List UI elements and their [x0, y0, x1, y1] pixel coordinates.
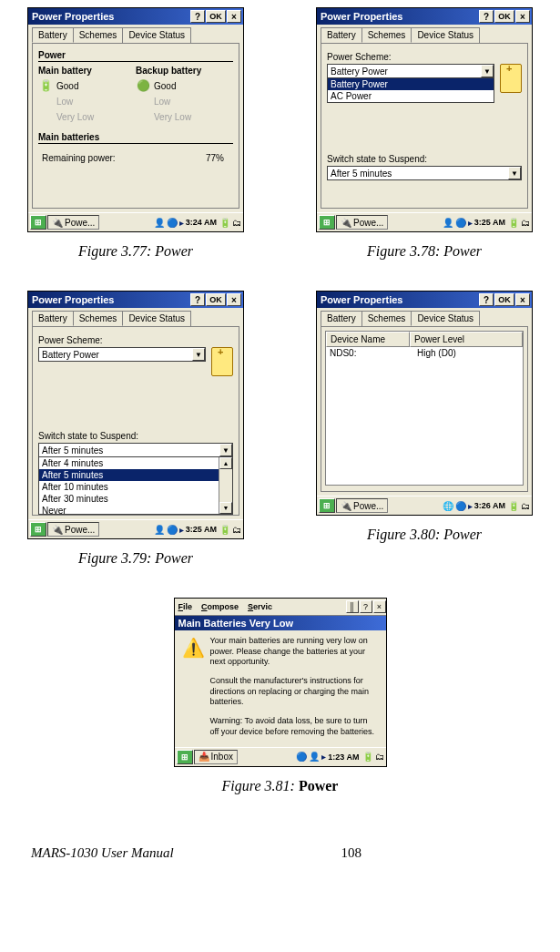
tab-device-status[interactable]: Device Status	[411, 311, 480, 326]
close-button[interactable]: ×	[515, 10, 530, 23]
scroll-up-icon[interactable]: ▲	[219, 457, 232, 469]
list-item[interactable]: After 5 minutes	[39, 469, 232, 481]
menu-compose[interactable]: Compose	[201, 602, 239, 611]
battery-tray-icon[interactable]: 🔋	[508, 501, 519, 511]
tab-schemes[interactable]: Schemes	[361, 311, 412, 326]
start-button[interactable]: ⊞	[319, 498, 335, 513]
tab-battery[interactable]: Battery	[32, 27, 74, 43]
tray-icon[interactable]: 🌐	[443, 501, 453, 511]
power-properties-dialog-fig78: Power Properties ? OK × Battery Schemes …	[316, 7, 533, 232]
ok-button[interactable]: OK	[494, 293, 514, 306]
power-properties-dialog-fig80: Power Properties ? OK × Battery Schemes …	[316, 291, 533, 516]
chevron-down-icon[interactable]: ▼	[481, 65, 494, 77]
power-scheme-combo[interactable]: Battery Power ▼	[327, 64, 494, 78]
start-button[interactable]: ⊞	[30, 522, 46, 537]
close-button[interactable]: ×	[227, 10, 241, 23]
tray-icon[interactable]: 👤	[154, 525, 165, 535]
menu-file[interactable]: File	[178, 602, 193, 611]
start-button[interactable]: ⊞	[30, 215, 46, 230]
clock[interactable]: 3:25 AM	[186, 525, 217, 534]
start-button[interactable]: ⊞	[319, 215, 335, 230]
help-button[interactable]: ?	[190, 10, 205, 23]
suspend-listbox[interactable]: After 4 minutes After 5 minutes After 10…	[38, 457, 233, 515]
tray-icon[interactable]: 👤	[154, 218, 165, 228]
suspend-combo[interactable]: After 5 minutes ▼	[38, 443, 233, 457]
clock[interactable]: 3:25 AM	[474, 218, 505, 227]
help-button[interactable]: ?	[190, 293, 205, 306]
clock[interactable]: 1:23 AM	[328, 752, 359, 762]
switch-state-label: Switch state to Suspend:	[327, 154, 522, 164]
tray-icon[interactable]: 🔵	[455, 501, 466, 511]
tray-icon[interactable]: 🔵	[296, 752, 307, 762]
ok-button[interactable]: OK	[206, 293, 226, 306]
taskbar: ⊞ 🔌 Powe... 👤 🔵 ▸ 3:25 AM 🔋 🗂	[28, 519, 243, 538]
list-item[interactable]: AC Power	[328, 90, 494, 102]
backup-battery-header: Backup battery	[136, 66, 233, 76]
column-device-name[interactable]: Device Name	[326, 332, 410, 347]
battery-tray-icon[interactable]: 🔋	[219, 525, 230, 535]
taskbar-task[interactable]: 📥 Inbox	[194, 750, 238, 764]
taskbar-task[interactable]: 🔌 Powe...	[47, 215, 99, 230]
desktop-icon[interactable]: 🗂	[232, 525, 241, 535]
chevron-down-icon[interactable]: ▼	[219, 444, 232, 456]
power-icon: 🔌	[341, 218, 351, 228]
help-button[interactable]: ?	[360, 600, 372, 613]
menu-service[interactable]: Servic	[248, 602, 272, 611]
scrollbar[interactable]: ▲ ▼	[219, 457, 232, 514]
power-properties-dialog-fig79: Power Properties ? OK × Battery Schemes …	[27, 291, 244, 539]
tab-schemes[interactable]: Schemes	[73, 311, 124, 326]
tab-device-status[interactable]: Device Status	[411, 27, 480, 43]
power-scheme-listbox[interactable]: Battery Power AC Power	[327, 78, 494, 103]
tab-device-status[interactable]: Device Status	[122, 311, 191, 326]
tray-icon[interactable]: 🔵	[455, 218, 466, 228]
dialog-title: Power Properties	[32, 294, 189, 305]
warning-icon: ⚠️	[182, 636, 205, 738]
help-button[interactable]: ?	[479, 293, 494, 306]
desktop-icon[interactable]: 🗂	[232, 218, 241, 228]
close-button[interactable]: ×	[515, 293, 530, 306]
table-row[interactable]: NDS0: High (D0)	[326, 347, 523, 359]
figure-caption: Figure 3.78: Power	[367, 243, 482, 260]
close-button[interactable]: ×	[373, 600, 386, 613]
start-button[interactable]: ⊞	[177, 750, 193, 764]
list-item[interactable]: Never	[39, 505, 232, 515]
help-button[interactable]: ?	[479, 10, 494, 23]
taskbar-task[interactable]: 🔌 Powe...	[336, 498, 388, 513]
ok-button[interactable]: OK	[494, 10, 514, 23]
very-low-label: Very Low	[56, 112, 94, 122]
battery-tray-icon[interactable]: 🔋	[219, 218, 230, 228]
battery-tray-icon[interactable]: 🔋	[362, 752, 373, 762]
taskbar-task[interactable]: 🔌 Powe...	[47, 522, 99, 537]
list-item[interactable]: Battery Power	[328, 78, 494, 90]
clock[interactable]: 3:24 AM	[186, 218, 217, 227]
tab-schemes[interactable]: Schemes	[73, 27, 124, 43]
tray-icon[interactable]: 🔵	[167, 218, 178, 228]
tray-icon[interactable]: 🔵	[167, 525, 178, 535]
power-scheme-combo[interactable]: Battery Power ▼	[38, 347, 206, 362]
suspend-combo[interactable]: After 5 minutes ▼	[327, 166, 522, 180]
taskbar-task[interactable]: 🔌 Powe...	[336, 215, 388, 230]
ok-button[interactable]: OK	[206, 10, 226, 23]
title-bar: Power Properties ? OK ×	[317, 8, 532, 25]
tab-battery[interactable]: Battery	[321, 311, 362, 326]
chevron-down-icon[interactable]: ▼	[508, 167, 521, 179]
tray-icon[interactable]: 👤	[443, 218, 453, 228]
tab-battery[interactable]: Battery	[321, 27, 362, 43]
chevron-down-icon[interactable]: ▼	[192, 348, 205, 361]
column-power-level[interactable]: Power Level	[410, 332, 523, 347]
clock[interactable]: 3:26 AM	[474, 501, 505, 510]
scroll-down-icon[interactable]: ▼	[219, 502, 232, 514]
tab-device-status[interactable]: Device Status	[122, 27, 191, 43]
tray-icon[interactable]: 👤	[309, 752, 320, 762]
tab-battery[interactable]: Battery	[32, 311, 74, 326]
toolbar-icon[interactable]: ║	[346, 600, 359, 613]
list-item[interactable]: After 30 minutes	[39, 493, 232, 505]
close-button[interactable]: ×	[227, 293, 241, 306]
desktop-icon[interactable]: 🗂	[521, 501, 530, 511]
list-item[interactable]: After 4 minutes	[39, 457, 232, 469]
tab-schemes[interactable]: Schemes	[361, 27, 412, 43]
desktop-icon[interactable]: 🗂	[521, 218, 530, 228]
battery-tray-icon[interactable]: 🔋	[508, 218, 519, 228]
list-item[interactable]: After 10 minutes	[39, 481, 232, 493]
desktop-icon[interactable]: 🗂	[375, 752, 384, 762]
